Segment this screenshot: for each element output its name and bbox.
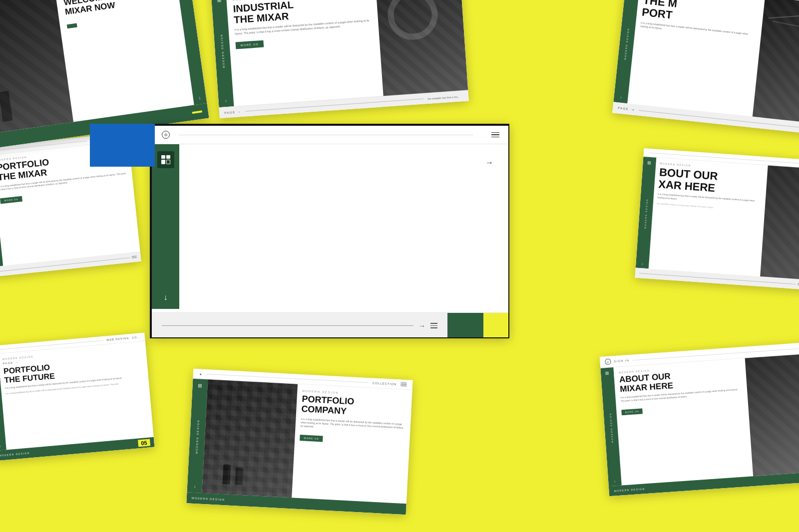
page-label: PAGE [224, 110, 236, 114]
card-title: BOUT OURXAR HERE [658, 166, 764, 198]
sidebar-text: MODERN DESIGN [195, 419, 200, 454]
arrow-right: → [631, 107, 635, 112]
stack-icon: ⊞ [605, 371, 610, 376]
body-text-preview: the readable fact that a rea... [423, 94, 463, 100]
arrow-icon: ↓ [0, 444, 1, 447]
main-sidebar: ↓ [152, 144, 179, 309]
card-about-mixar-br: ◎ SIGN-IN ⊞ MODERN DESIGN ↓ MODERN DESIG… [600, 342, 799, 497]
card-title: PORTFOLIOTHE FUTURE [3, 355, 144, 384]
pin-icon: ▲ [199, 372, 203, 375]
slide-number [192, 110, 202, 114]
footer-text: MODERN DESIGN [192, 497, 225, 501]
footer-text: MODERN DESIGN [614, 487, 645, 492]
arrow-right-footer: → [418, 322, 425, 330]
sidebar-text: MODERN DESIGN [624, 28, 630, 60]
stack-icon: ⊞ [198, 383, 202, 388]
hamburger-menu-btn[interactable] [491, 132, 499, 138]
arrow-down-icon[interactable]: ↓ [164, 293, 168, 302]
hamburger-icon[interactable] [400, 382, 406, 386]
main-content: → [179, 144, 509, 309]
arrow-icon: ↓ [641, 262, 643, 265]
card-desc: It is a long established fact that a rea… [300, 417, 405, 433]
arrow-icon: ↓ [620, 95, 622, 99]
stack-icon [161, 155, 170, 164]
more-us-btn[interactable] [67, 23, 77, 29]
more-us[interactable]: MORE US [0, 196, 22, 204]
collection-label: COLLECTION [373, 381, 397, 386]
stack-icon-container [157, 151, 174, 168]
footer-text: MODERN DESIGN [0, 451, 30, 457]
more-us-btn[interactable]: MORE US [235, 40, 264, 49]
arrow-right-icon: → [237, 110, 241, 114]
web-design: WEB DESIGN [106, 336, 129, 341]
card-portfolio-future: ▲ WEB DESIGN CO... ⊞ MODERN DESIGN ↓ MOD… [0, 332, 154, 461]
arrow-down-icon: ↓ [198, 95, 201, 100]
card-title: WELCOME TOMIXAR NOW [63, 0, 170, 17]
card-portfolio-company: ▲ COLLECTION ⊞ MODERN DESIGN ↓ [186, 369, 413, 515]
sign-in-label: SIGN-IN [614, 359, 630, 363]
more-us[interactable]: MORE US [621, 408, 643, 415]
main-footer: → [152, 312, 509, 338]
hamburger-footer[interactable] [430, 323, 437, 328]
text-desc [195, 160, 465, 167]
sign-in-nav[interactable]: ◎ [162, 131, 173, 139]
arrow-icon: ↓ [614, 479, 616, 483]
arrow-right: → [15, 361, 18, 364]
slide-number: 05 [138, 439, 150, 447]
stack-icon: ⊞ [647, 160, 652, 166]
sidebar-text: MODERN DESIGN [609, 413, 613, 443]
modern-design-footer-btn[interactable] [447, 313, 483, 338]
nav-divider [179, 135, 473, 135]
slide-number [483, 313, 509, 338]
coll-label: CO... [132, 335, 141, 339]
card-about-right-mid: WEB DESIGN ⊞ MODERN DESIGN ↓ MODERN DESI… [635, 148, 799, 291]
arrow-right-icon: → [485, 158, 493, 167]
sign-in-icon: ◎ [605, 358, 611, 365]
card-industrial-mixar: ▲ WEB DESIGN COLLECTION ⊞ MODERN DESIGN … [210, 0, 469, 118]
arrow-icon: ↓ [225, 98, 227, 103]
main-slide-card: ◎ [150, 124, 509, 338]
key-badge [90, 124, 155, 167]
sidebar-text: MODERN DESIGN [644, 198, 648, 228]
sidebar-text: MODERN DESIGN [220, 33, 225, 68]
page-label: PAGE [2, 361, 13, 365]
more-us[interactable]: MORE US [300, 435, 323, 442]
page-label: PAGE [618, 106, 629, 110]
card-top-right: ◎ SIGN-IN ⊞ MODERN DESIGN ↓ MODERN DE...… [612, 0, 799, 136]
card-title: PORTFOLIOCOMPANY [301, 394, 407, 420]
stack-icon: ⊞ [217, 0, 221, 3]
arrow-icon: ↓ [194, 484, 196, 489]
sign-in-circle-icon: ◎ [162, 131, 170, 139]
